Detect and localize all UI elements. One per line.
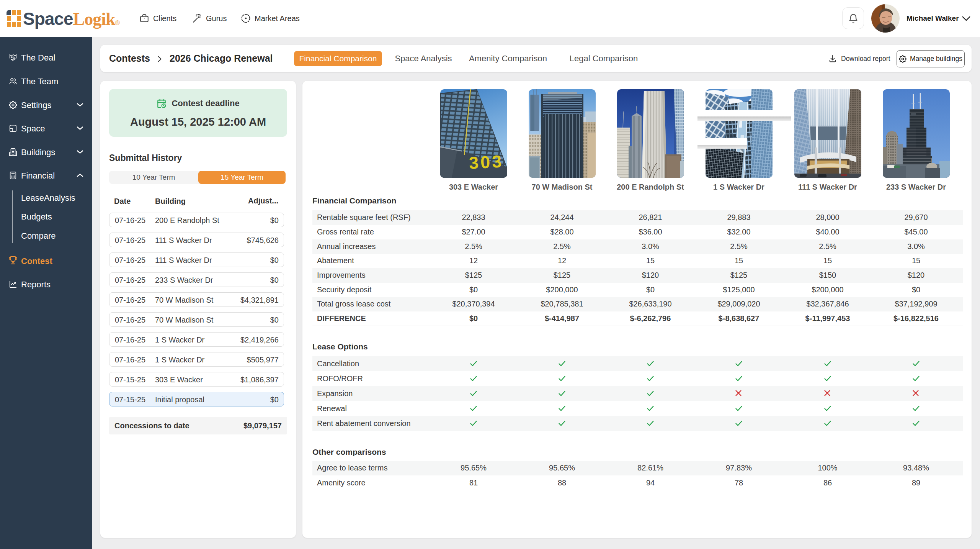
svg-text:303: 303 [469,151,504,173]
